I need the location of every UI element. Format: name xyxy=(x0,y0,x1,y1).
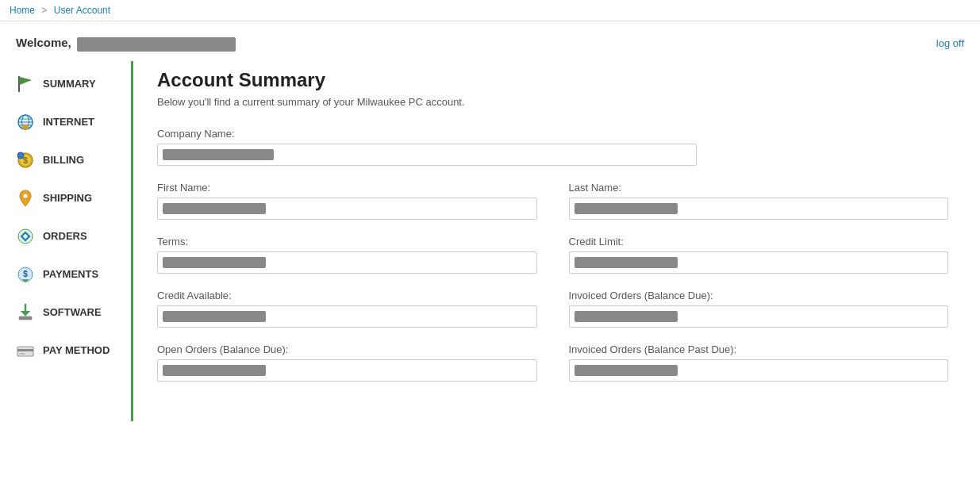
credit-limit-value xyxy=(575,257,678,268)
credit-limit-field xyxy=(569,251,949,274)
open-orders-due-field xyxy=(157,359,537,382)
main-layout: SUMMARY INTERNET xyxy=(0,61,980,421)
terms-field xyxy=(157,251,537,274)
open-orders-due-group: Open Orders (Balance Due): xyxy=(157,343,537,382)
sidebar-label-summary: SUMMARY xyxy=(43,78,96,90)
invoiced-past-due-group: Invoiced Orders (Balance Past Due): xyxy=(569,343,949,382)
svg-rect-7 xyxy=(22,125,29,129)
welcome-message: Welcome, xyxy=(16,36,236,52)
sidebar-label-paymethod: PAY METHOD xyxy=(43,344,110,356)
sidebar-label-internet: INTERNET xyxy=(43,116,94,128)
name-row: First Name: Last Name: xyxy=(157,182,948,220)
breadcrumb-home[interactable]: Home xyxy=(10,5,35,16)
credit-available-field xyxy=(157,305,537,328)
last-name-field xyxy=(569,198,949,220)
invoiced-orders-due-value xyxy=(575,311,678,322)
breadcrumb-separator: > xyxy=(41,5,47,16)
svg-rect-18 xyxy=(19,316,32,320)
company-name-label: Company Name: xyxy=(157,128,948,140)
sidebar-item-summary[interactable]: SUMMARY xyxy=(8,65,131,103)
welcome-label: Welcome, xyxy=(16,36,71,49)
terms-label: Terms: xyxy=(157,236,537,247)
last-name-group: Last Name: xyxy=(569,182,949,220)
sidebar-label-orders: ORDERS xyxy=(43,230,87,242)
invoiced-past-due-field xyxy=(569,359,949,382)
svg-point-14 xyxy=(23,194,28,198)
paymethod-icon xyxy=(14,339,37,362)
welcome-name-placeholder xyxy=(77,37,236,52)
credit-limit-group: Credit Limit: xyxy=(569,236,949,274)
last-name-label: Last Name: xyxy=(569,182,949,194)
page-title: Account Summary xyxy=(157,69,948,91)
software-icon xyxy=(14,301,37,324)
svg-marker-1 xyxy=(19,77,31,85)
sidebar-label-shipping: SHIPPING xyxy=(43,192,92,204)
sidebar-label-software: SOFTWARE xyxy=(43,306,102,318)
svg-text:$: $ xyxy=(23,270,28,278)
company-name-section: Company Name: xyxy=(157,128,948,166)
sidebar-item-software[interactable]: SOFTWARE xyxy=(8,293,131,332)
last-name-value xyxy=(575,203,678,214)
invoiced-orders-due-label: Invoiced Orders (Balance Due): xyxy=(569,290,949,301)
welcome-bar: Welcome, log off xyxy=(0,21,980,61)
invoiced-past-due-label: Invoiced Orders (Balance Past Due): xyxy=(569,343,949,355)
page-subtitle: Below you'll find a current summary of y… xyxy=(157,96,948,108)
breadcrumb-current: User Account xyxy=(54,5,110,16)
sidebar-item-paymethod[interactable]: PAY METHOD xyxy=(8,332,131,370)
summary-icon xyxy=(14,73,37,95)
shipping-icon xyxy=(14,187,37,209)
breadcrumb: Home > User Account xyxy=(0,0,980,21)
terms-value xyxy=(163,257,266,268)
credit-available-value xyxy=(163,311,266,322)
credit-available-label: Credit Available: xyxy=(157,290,537,301)
open-orders-due-value xyxy=(163,365,266,376)
sidebar-item-shipping[interactable]: SHIPPING xyxy=(8,179,131,217)
content-area: Account Summary Below you'll find a curr… xyxy=(131,61,972,421)
first-name-field xyxy=(157,198,537,220)
svg-rect-20 xyxy=(17,349,33,351)
internet-icon xyxy=(14,111,37,133)
billing-icon: $ xyxy=(14,149,37,171)
orders-icon xyxy=(14,225,37,247)
payments-icon: $ xyxy=(14,263,37,286)
sidebar-item-orders[interactable]: ORDERS xyxy=(8,217,131,255)
svg-rect-21 xyxy=(20,353,25,355)
sidebar-item-billing[interactable]: $ BILLING xyxy=(8,141,131,179)
first-name-group: First Name: xyxy=(157,182,537,220)
terms-group: Terms: xyxy=(157,236,537,274)
log-off-link[interactable]: log off xyxy=(936,37,964,49)
company-name-field xyxy=(157,144,697,166)
open-orders-due-label: Open Orders (Balance Due): xyxy=(157,343,537,355)
invoiced-past-due-value xyxy=(575,365,678,376)
invoiced-orders-due-group: Invoiced Orders (Balance Due): xyxy=(569,290,949,328)
credit-available-group: Credit Available: xyxy=(157,290,537,328)
sidebar-item-internet[interactable]: INTERNET xyxy=(8,103,131,141)
sidebar: SUMMARY INTERNET xyxy=(8,61,131,421)
first-name-value xyxy=(163,203,266,214)
sidebar-label-billing: BILLING xyxy=(43,154,84,166)
terms-credit-row: Terms: Credit Limit: xyxy=(157,236,948,274)
invoiced-orders-due-field xyxy=(569,305,949,328)
open-past-due-row: Open Orders (Balance Due): Invoiced Orde… xyxy=(157,343,948,382)
credit-limit-label: Credit Limit: xyxy=(569,236,949,247)
company-name-value xyxy=(163,149,274,160)
first-name-label: First Name: xyxy=(157,182,537,194)
credit-invoiced-row: Credit Available: Invoiced Orders (Balan… xyxy=(157,290,948,328)
sidebar-label-payments: PAYMENTS xyxy=(43,268,98,280)
sidebar-item-payments[interactable]: $ PAYMENTS xyxy=(8,255,131,293)
